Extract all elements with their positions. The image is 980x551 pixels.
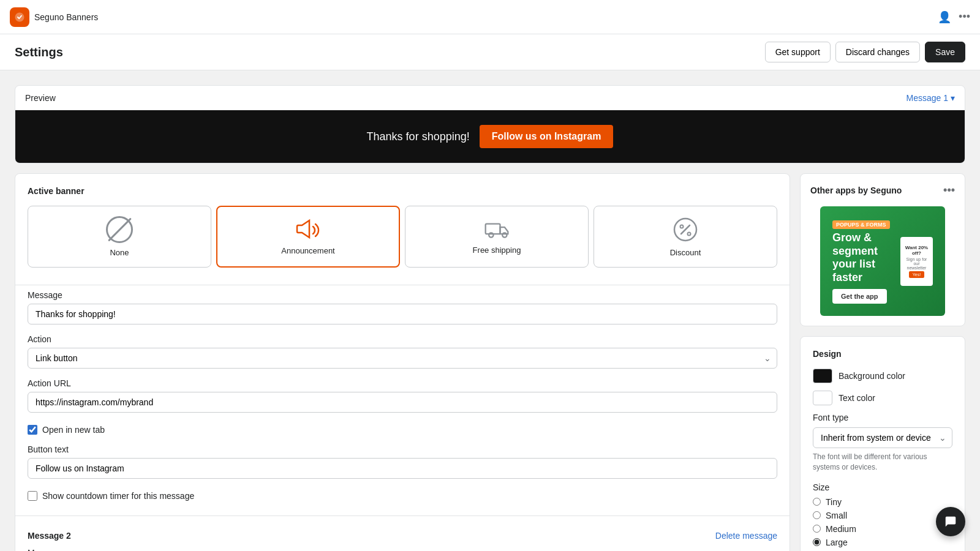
get-support-button[interactable]: Get support [765, 42, 831, 62]
svg-point-6 [688, 233, 691, 236]
page-header: Settings Get support Discard changes Sav… [0, 34, 980, 70]
promo-mock-title: Want 20% off? [904, 245, 929, 256]
save-button[interactable]: Save [925, 42, 965, 62]
active-banner-title: Active banner [15, 174, 790, 196]
font-type-select[interactable]: Inherit from system or device Arial Geor… [813, 427, 952, 448]
left-column: Active banner None Announcement [15, 173, 790, 551]
user-icon[interactable]: 👤 [938, 10, 951, 24]
top-nav: Seguno Banners 👤 ••• [0, 0, 980, 34]
size-medium-row: Medium [813, 524, 952, 534]
preview-banner: Thanks for shopping! Follow us on Instag… [15, 110, 965, 163]
discard-changes-button[interactable]: Discard changes [835, 42, 920, 62]
other-apps-card: Other apps by Seguno ••• POPUPS & FORMS … [800, 173, 965, 326]
none-label: None [110, 248, 129, 257]
countdown-checkbox[interactable] [28, 491, 37, 501]
main-content: Preview Message 1 ▾ Thanks for shopping!… [0, 70, 980, 551]
message-selector[interactable]: Message 1 ▾ [907, 93, 955, 103]
promo-text: POPUPS & FORMS Grow & segmentyour list f… [832, 219, 900, 304]
action-url-input[interactable] [28, 392, 777, 413]
size-medium-label: Medium [826, 524, 856, 534]
message2-message-label: Message [28, 548, 777, 551]
size-tiny-radio[interactable] [813, 498, 821, 506]
font-type-label: Font type [813, 413, 952, 422]
app-name: Seguno Banners [34, 12, 98, 22]
delete-message-button[interactable]: Delete message [715, 531, 777, 541]
button-text-section: Button text [15, 444, 790, 489]
promo-banner-container: POPUPS & FORMS Grow & segmentyour list f… [801, 206, 965, 326]
other-apps-header: Other apps by Seguno ••• [801, 174, 965, 206]
promo-mock-body: Sign up for our newsletter [904, 257, 929, 270]
message-label: Message [28, 290, 777, 300]
promo-cta-button[interactable]: Get the app [832, 289, 887, 304]
message-section: Message [15, 290, 790, 334]
open-new-tab-label: Open in new tab [42, 425, 105, 435]
promo-mock-cta[interactable]: Yes! [909, 271, 924, 278]
action-select[interactable]: None Link button Countdown timer [28, 348, 777, 369]
message2-message-section: Message [15, 548, 790, 551]
countdown-label: Show countdown timer for this message [42, 491, 194, 501]
size-section: Size Tiny Small Medium [813, 482, 952, 547]
banner-cta-button[interactable]: Follow us on Instagram [480, 125, 614, 148]
nav-right: 👤 ••• [938, 10, 970, 24]
chevron-down-icon: ▾ [951, 93, 955, 103]
size-large-row: Large [813, 538, 952, 547]
promo-heading: Grow & segmentyour list faster [832, 231, 900, 284]
bg-color-label: Background color [839, 371, 905, 381]
svg-rect-1 [486, 224, 500, 234]
preview-label: Preview [25, 93, 56, 103]
action-select-wrapper: None Link button Countdown timer ⌄ [28, 348, 777, 369]
more-options-icon[interactable]: ••• [959, 10, 970, 23]
design-title: Design [813, 349, 952, 359]
announcement-label: Announcement [281, 246, 334, 255]
promo-badge: POPUPS & FORMS [832, 220, 890, 229]
action-url-label: Action URL [28, 378, 777, 388]
banner-type-grid: None Announcement [15, 206, 790, 280]
page-title: Settings [15, 45, 63, 59]
banner-type-none[interactable]: None [28, 206, 211, 268]
size-small-row: Small [813, 511, 952, 520]
button-text-label: Button text [28, 444, 777, 454]
svg-point-3 [502, 233, 507, 237]
countdown-row: Show countdown timer for this message [15, 489, 790, 511]
banner-type-announcement[interactable]: Announcement [216, 206, 400, 268]
action-section: Action None Link button Countdown timer … [15, 334, 790, 378]
font-type-select-wrapper: Inherit from system or device Arial Geor… [813, 427, 952, 448]
announcement-icon [295, 217, 322, 241]
app-icon [10, 7, 29, 27]
message2-title: Message 2 [28, 531, 71, 541]
banner-type-discount[interactable]: Discount [594, 206, 777, 268]
promo-mock-popup: Want 20% off? Sign up for our newsletter… [900, 237, 933, 286]
size-large-label: Large [826, 538, 848, 547]
svg-point-2 [489, 233, 493, 237]
size-tiny-label: Tiny [826, 497, 842, 507]
free-shipping-label: Free shipping [473, 246, 521, 255]
promo-banner: POPUPS & FORMS Grow & segmentyour list f… [820, 206, 945, 316]
size-tiny-row: Tiny [813, 497, 952, 507]
banner-type-free-shipping[interactable]: Free shipping [405, 206, 589, 268]
open-new-tab-checkbox[interactable] [28, 425, 37, 435]
banner-text: Thanks for shopping! [367, 130, 470, 143]
preview-card: Preview Message 1 ▾ Thanks for shopping!… [15, 85, 965, 163]
nav-left: Seguno Banners [10, 7, 98, 27]
size-small-radio[interactable] [813, 511, 821, 519]
free-shipping-icon [483, 216, 510, 241]
bg-color-swatch[interactable] [813, 369, 832, 383]
open-new-tab-row: Open in new tab [15, 422, 790, 444]
size-medium-radio[interactable] [813, 525, 821, 533]
discount-icon [672, 216, 699, 243]
message-input[interactable] [28, 304, 777, 324]
size-large-radio[interactable] [813, 538, 821, 546]
font-hint: The font will be different for various s… [813, 452, 952, 473]
bg-color-row: Background color [813, 369, 952, 383]
other-apps-more-icon[interactable]: ••• [943, 184, 955, 197]
chat-button[interactable] [936, 507, 965, 536]
action-url-section: Action URL [15, 378, 790, 422]
button-text-input[interactable] [28, 458, 777, 479]
message2-header: Message 2 Delete message [15, 521, 790, 541]
size-small-label: Small [826, 511, 847, 520]
other-apps-title: Other apps by Seguno [810, 186, 902, 195]
discount-label: Discount [670, 248, 701, 257]
text-color-label: Text color [839, 393, 875, 403]
action-label: Action [28, 334, 777, 344]
text-color-swatch[interactable] [813, 391, 832, 405]
